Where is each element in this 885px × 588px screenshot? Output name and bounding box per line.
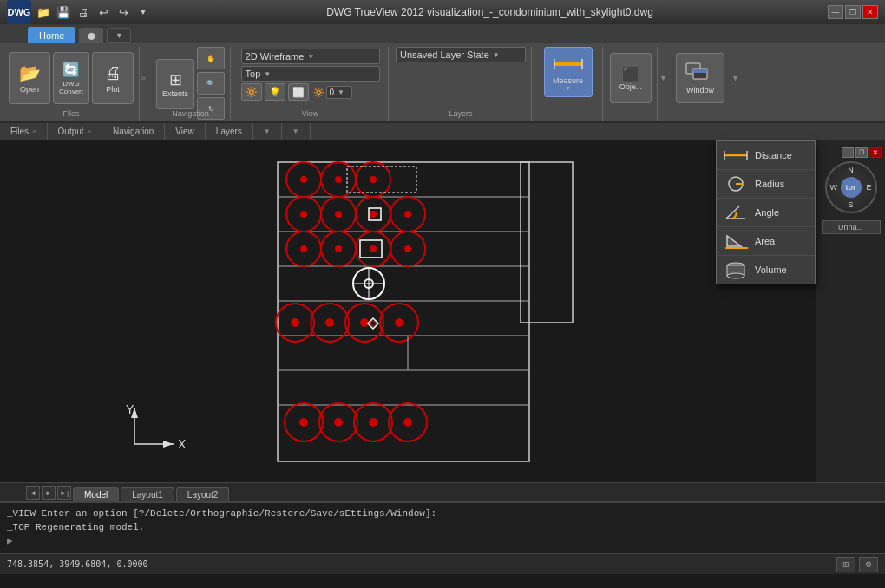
dwg-convert-btn[interactable]: 🔄 DWGConvert <box>53 52 89 104</box>
window-btn[interactable]: Window <box>676 53 724 103</box>
ribbon-panel: 📂 Open 🔄 DWGConvert 🖨 Plot Files » ⊞ Ext… <box>0 43 885 123</box>
area-icon <box>724 232 748 250</box>
objects-btn[interactable]: ⬛ Obje... <box>610 53 652 103</box>
panel-label-output[interactable]: Output » <box>48 123 102 140</box>
layer-arrow: ▼ <box>493 51 500 59</box>
distance-icon <box>724 147 748 164</box>
svg-point-46 <box>291 318 299 327</box>
view-direction-dropdown[interactable]: Top ▼ <box>241 66 380 82</box>
minimize-btn[interactable]: — <box>828 5 843 19</box>
qa-dropdown-btn[interactable]: ▼ <box>134 3 152 21</box>
measure-area-item[interactable]: Area <box>717 227 815 256</box>
tab-last-btn[interactable]: ►| <box>57 486 71 500</box>
mini-restore-btn[interactable]: ❒ <box>856 147 868 158</box>
tab-layout2[interactable]: Layout2 <box>176 487 230 501</box>
view-icons-row: 🔆 💡 ⬜ 🔆 0 ▼ <box>241 83 352 101</box>
objects-icon: ⬛ <box>622 66 639 82</box>
status-right-icons: ⊞ ⚙ <box>836 557 878 572</box>
open-btn[interactable]: 📂 Open <box>9 52 50 104</box>
svg-marker-77 <box>727 236 741 246</box>
box-btn[interactable]: ⬜ <box>288 83 309 101</box>
cmd-input-field[interactable] <box>16 536 537 546</box>
area-label: Area <box>755 236 775 246</box>
measure-angle-item[interactable]: Angle <box>717 199 815 227</box>
cad-svg: Y X <box>0 140 816 482</box>
compass-s: S <box>848 200 853 209</box>
panel-labels-bar: Files » Output » Navigation View Layers … <box>0 123 885 140</box>
nav-label: Navigation <box>151 109 230 118</box>
objects-expand[interactable]: ▼ <box>659 47 669 121</box>
output-expand[interactable]: » <box>141 47 149 121</box>
qa-redo-btn[interactable]: ↪ <box>115 3 132 21</box>
cmd-input[interactable]: ▶ <box>7 534 878 548</box>
window-title: DWG TrueView 2012 visualization_-_condom… <box>152 6 828 18</box>
mini-minimize-btn[interactable]: — <box>842 147 854 158</box>
restore-btn[interactable]: ❒ <box>845 5 861 19</box>
qa-undo-btn[interactable]: ↩ <box>95 3 112 21</box>
mini-win-controls: — ❒ ✕ <box>820 147 882 158</box>
measure-radius-item[interactable]: Radius <box>717 170 815 199</box>
dwg-convert-icon: 🔄 <box>62 62 80 78</box>
view-style-dropdown[interactable]: 2D Wireframe ▼ <box>241 49 380 64</box>
svg-point-59 <box>334 418 343 427</box>
panel-label-files[interactable]: Files » <box>0 123 48 140</box>
nav-col: ⊞ Extents <box>156 59 194 109</box>
svg-point-21 <box>370 176 377 183</box>
ribbon-group-files: 📂 Open 🔄 DWGConvert 🖨 Plot Files <box>3 47 140 121</box>
tab-next-btn[interactable]: ► <box>42 486 56 500</box>
right-panel: — ❒ ✕ N S E W tor Unna... <box>816 140 885 482</box>
plot-icon: 🖨 <box>104 63 121 83</box>
cmd-prompt-icon: ▶ <box>7 534 13 548</box>
svg-point-81 <box>727 273 744 278</box>
ribbon-group-view: 2D Wireframe ▼ Top ▼ 🔆 💡 ⬜ 🔆 0 ▼ View <box>233 47 389 121</box>
ribbon-group-objects: ⬛ Obje... <box>605 47 658 121</box>
measure-distance-item[interactable]: Distance <box>717 141 815 170</box>
measure-arrow: ▼ <box>565 85 571 91</box>
view-name-label: Unna... <box>822 220 881 234</box>
quick-access-toolbar: 📁 💾 🖨 ↩ ↪ ▼ <box>35 3 152 21</box>
ribbon-group-window: Window <box>671 47 730 121</box>
tab-layout1[interactable]: Layout1 <box>121 487 174 501</box>
svg-point-28 <box>370 211 377 218</box>
measure-btn[interactable]: Measure ▼ <box>544 47 593 97</box>
tab-home[interactable]: Home <box>28 27 75 43</box>
tab-prev-btn[interactable]: ◄ <box>26 486 40 500</box>
window-expand[interactable]: ▼ <box>731 47 741 121</box>
zoom-btns[interactable]: 🔍 <box>197 72 225 95</box>
layers-label: Layers <box>390 109 531 118</box>
status-btn-1[interactable]: ⊞ <box>836 557 856 572</box>
svg-point-30 <box>404 211 411 218</box>
mini-close-btn[interactable]: ✕ <box>869 147 882 158</box>
objects-expand-icon: ▼ <box>292 127 299 135</box>
measure-volume-item[interactable]: Volume <box>717 256 815 284</box>
tab-extra2[interactable]: ▼ <box>107 28 131 43</box>
status-btn-2[interactable]: ⚙ <box>859 557 878 572</box>
panel-label-measure-expand[interactable]: ▼ <box>253 123 282 140</box>
command-area: _VIEW Enter an option [?/Delete/Orthogra… <box>0 501 885 553</box>
panel-label-objects-expand[interactable]: ▼ <box>282 123 311 140</box>
layer-state-dropdown[interactable]: Unsaved Layer State ▼ <box>396 47 526 62</box>
plot-btn[interactable]: 🖨 Plot <box>92 52 134 104</box>
qa-print-btn[interactable]: 🖨 <box>75 3 92 21</box>
compass-widget[interactable]: N S E W tor <box>825 161 877 213</box>
angle-icon <box>724 204 748 221</box>
files-expand-icon: » <box>32 127 36 135</box>
tab-extra[interactable]: ⬤ <box>79 28 103 43</box>
layer-count-dropdown[interactable]: 0 ▼ <box>326 86 352 99</box>
svg-point-52 <box>395 318 403 327</box>
ribbon-group-navigation: ⊞ Extents ✋ 🔍 ↻ Navigation <box>151 47 231 121</box>
tab-model[interactable]: Model <box>73 487 119 501</box>
close-btn[interactable]: ✕ <box>862 5 878 19</box>
extents-btn[interactable]: ⊞ Extents <box>156 59 194 109</box>
qa-save-btn[interactable]: 💾 <box>55 3 72 21</box>
svg-line-76 <box>726 206 739 219</box>
zoom-icon: 🔍 <box>206 80 215 88</box>
light2-btn[interactable]: 💡 <box>265 83 285 101</box>
pan-btn[interactable]: ✋ <box>197 47 225 69</box>
volume-icon <box>724 261 748 278</box>
output-expand-icon: » <box>88 127 91 135</box>
svg-point-48 <box>325 318 334 327</box>
cad-viewport[interactable]: Y X <box>0 140 816 482</box>
light1-btn[interactable]: 🔆 <box>241 83 262 101</box>
qa-open-btn[interactable]: 📁 <box>35 3 52 21</box>
